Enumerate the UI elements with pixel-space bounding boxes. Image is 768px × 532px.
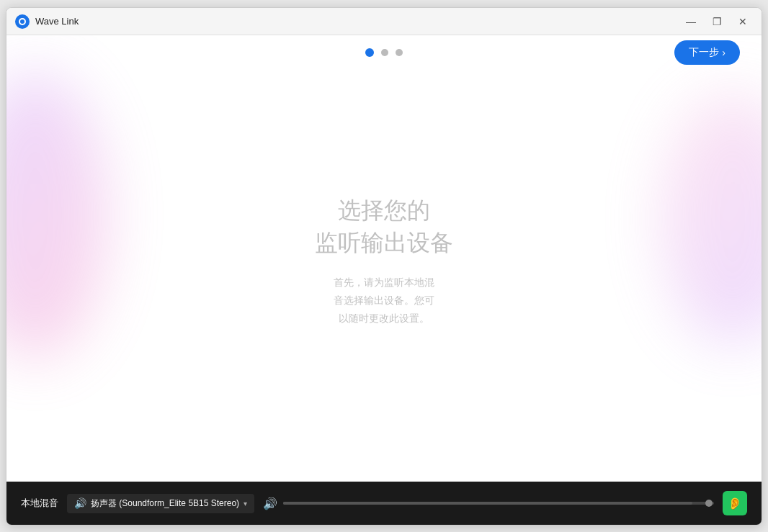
svg-point-1 bbox=[20, 19, 24, 24]
minimize-button[interactable]: — bbox=[681, 12, 701, 32]
headphone-button[interactable]: 👂 bbox=[723, 491, 747, 515]
maximize-button[interactable]: ❐ bbox=[707, 12, 727, 32]
volume-bar[interactable] bbox=[283, 502, 714, 505]
volume-icon: 🔊 bbox=[263, 497, 277, 510]
next-button-label: 下一步 bbox=[689, 46, 719, 59]
subtitle-line3: 以随时更改此设置。 bbox=[339, 312, 429, 324]
subtitle-line1: 首先，请为监听本地混 bbox=[334, 276, 434, 288]
main-title-line2: 监听输出设备 bbox=[315, 230, 453, 256]
device-name: 扬声器 (Soundform_Elite 5B15 Stereo) bbox=[91, 497, 239, 510]
volume-section: 🔊 bbox=[263, 497, 714, 510]
app-title: Wave Link bbox=[35, 16, 681, 27]
title-bar: Wave Link — ❐ ✕ bbox=[6, 8, 762, 35]
bg-decoration-left bbox=[6, 71, 107, 359]
center-content: 选择您的 监听输出设备 首先，请为监听本地混 音选择输出设备。您可 以随时更改此… bbox=[300, 41, 468, 482]
top-nav: 下一步 › bbox=[6, 35, 762, 70]
subtitle-line2: 音选择输出设备。您可 bbox=[334, 294, 434, 306]
bg-decoration-right bbox=[661, 93, 762, 345]
main-heading: 选择您的 监听输出设备 bbox=[315, 194, 453, 259]
main-content: 下一步 › 选择您的 监听输出设备 首先，请为监听本地混 音选择输出设备。您可 … bbox=[6, 35, 762, 482]
close-button[interactable]: ✕ bbox=[733, 12, 753, 32]
device-type-icon: 🔊 bbox=[74, 497, 86, 509]
volume-thumb bbox=[705, 500, 713, 507]
step-dot-2 bbox=[381, 49, 388, 56]
chevron-down-icon: ▾ bbox=[244, 500, 247, 508]
step-dot-1 bbox=[365, 48, 374, 57]
window-controls: — ❐ ✕ bbox=[681, 12, 753, 32]
app-window: Wave Link — ❐ ✕ 下一步 › 选择您的 bbox=[6, 7, 762, 526]
main-subtitle: 首先，请为监听本地混 音选择输出设备。您可 以随时更改此设置。 bbox=[334, 274, 434, 328]
step-indicator bbox=[365, 48, 403, 57]
step-dot-3 bbox=[396, 49, 403, 56]
next-button-chevron: › bbox=[722, 47, 725, 58]
main-title-line1: 选择您的 bbox=[338, 197, 430, 223]
mix-label: 本地混音 bbox=[21, 497, 58, 510]
volume-fill bbox=[283, 502, 692, 505]
bottom-bar: 本地混音 🔊 扬声器 (Soundform_Elite 5B15 Stereo)… bbox=[6, 482, 762, 525]
app-logo bbox=[15, 14, 30, 29]
next-button[interactable]: 下一步 › bbox=[674, 40, 740, 65]
headphone-icon: 👂 bbox=[728, 497, 742, 510]
device-selector[interactable]: 🔊 扬声器 (Soundform_Elite 5B15 Stereo) ▾ bbox=[67, 494, 254, 513]
